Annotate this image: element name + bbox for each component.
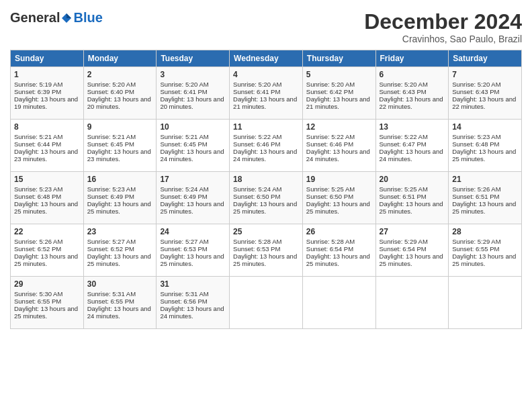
daylight-text: Daylight: 13 hours and 24 minutes. — [306, 148, 370, 163]
day-number: 16 — [87, 175, 153, 184]
daylight-text: Daylight: 13 hours and 25 minutes. — [87, 200, 151, 215]
table-row: 8Sunrise: 5:21 AMSunset: 6:44 PMDaylight… — [11, 120, 84, 172]
sunrise-text: Sunrise: 5:22 AM — [306, 133, 355, 140]
sunset-text: Sunset: 6:42 PM — [306, 88, 353, 95]
logo: General Blue — [10, 10, 103, 26]
sunset-text: Sunset: 6:54 PM — [380, 245, 427, 253]
table-row: 27Sunrise: 5:29 AMSunset: 6:54 PMDayligh… — [375, 224, 449, 277]
daylight-text: Daylight: 13 hours and 21 minutes. — [306, 95, 370, 110]
sunrise-text: Sunrise: 5:27 AM — [87, 238, 136, 245]
day-number: 20 — [380, 175, 445, 184]
col-friday: Friday — [375, 50, 449, 67]
daylight-text: Daylight: 13 hours and 25 minutes. — [14, 200, 78, 215]
daylight-text: Daylight: 13 hours and 24 minutes. — [160, 148, 224, 163]
day-number: 3 — [160, 70, 226, 79]
day-number: 26 — [306, 227, 372, 236]
day-number: 30 — [87, 279, 153, 289]
col-saturday: Saturday — [449, 50, 522, 67]
table-row: 30Sunrise: 5:31 AMSunset: 6:55 PMDayligh… — [83, 277, 157, 329]
sunset-text: Sunset: 6:48 PM — [14, 193, 61, 200]
day-number: 29 — [14, 279, 80, 289]
daylight-text: Daylight: 13 hours and 25 minutes. — [380, 200, 443, 215]
day-number: 1 — [14, 70, 80, 79]
day-number: 27 — [380, 227, 445, 236]
svg-marker-1 — [66, 13, 71, 18]
table-row — [375, 277, 449, 329]
calendar-week-row: 29Sunrise: 5:30 AMSunset: 6:55 PMDayligh… — [11, 277, 522, 329]
location-subtitle: Cravinhos, Sao Paulo, Brazil — [364, 34, 522, 44]
day-number: 25 — [233, 227, 299, 236]
sunset-text: Sunset: 6:49 PM — [87, 193, 134, 200]
table-row — [230, 277, 303, 329]
sunrise-text: Sunrise: 5:27 AM — [160, 238, 208, 245]
sunset-text: Sunset: 6:54 PM — [306, 245, 353, 253]
sunset-text: Sunset: 6:55 PM — [452, 245, 499, 253]
sunrise-text: Sunrise: 5:23 AM — [87, 185, 136, 193]
sunrise-text: Sunrise: 5:28 AM — [233, 238, 281, 245]
calendar-header-row: Sunday Monday Tuesday Wednesday Thursday… — [11, 50, 522, 67]
sunrise-text: Sunrise: 5:24 AM — [160, 185, 208, 193]
day-number: 5 — [306, 70, 372, 79]
sunrise-text: Sunrise: 5:24 AM — [233, 185, 281, 193]
daylight-text: Daylight: 13 hours and 25 minutes. — [233, 253, 297, 267]
calendar-table: Sunday Monday Tuesday Wednesday Thursday… — [10, 50, 522, 329]
sunrise-text: Sunrise: 5:28 AM — [306, 238, 355, 245]
daylight-text: Daylight: 13 hours and 19 minutes. — [14, 95, 78, 110]
table-row: 25Sunrise: 5:28 AMSunset: 6:53 PMDayligh… — [230, 224, 303, 277]
daylight-text: Daylight: 13 hours and 25 minutes. — [452, 200, 516, 215]
table-row: 28Sunrise: 5:29 AMSunset: 6:55 PMDayligh… — [449, 224, 522, 277]
daylight-text: Daylight: 13 hours and 20 minutes. — [87, 95, 151, 110]
daylight-text: Daylight: 13 hours and 25 minutes. — [87, 253, 151, 267]
header: General Blue December 2024 Cravinhos, Sa… — [10, 10, 522, 44]
sunset-text: Sunset: 6:49 PM — [160, 193, 207, 200]
sunrise-text: Sunrise: 5:29 AM — [380, 238, 428, 245]
table-row: 10Sunrise: 5:21 AMSunset: 6:45 PMDayligh… — [157, 120, 230, 172]
table-row: 23Sunrise: 5:27 AMSunset: 6:52 PMDayligh… — [83, 224, 157, 277]
daylight-text: Daylight: 13 hours and 22 minutes. — [380, 95, 443, 110]
table-row: 9Sunrise: 5:21 AMSunset: 6:45 PMDaylight… — [83, 120, 157, 172]
table-row: 19Sunrise: 5:25 AMSunset: 6:50 PMDayligh… — [302, 172, 375, 224]
sunset-text: Sunset: 6:43 PM — [452, 88, 499, 95]
sunrise-text: Sunrise: 5:21 AM — [14, 133, 62, 140]
sunset-text: Sunset: 6:41 PM — [233, 88, 280, 95]
day-number: 12 — [306, 122, 372, 132]
col-wednesday: Wednesday — [230, 50, 303, 67]
daylight-text: Daylight: 13 hours and 25 minutes. — [233, 200, 297, 215]
sunrise-text: Sunrise: 5:20 AM — [87, 81, 136, 88]
table-row: 18Sunrise: 5:24 AMSunset: 6:50 PMDayligh… — [230, 172, 303, 224]
day-number: 8 — [14, 122, 80, 132]
daylight-text: Daylight: 13 hours and 24 minutes. — [160, 305, 224, 320]
daylight-text: Daylight: 13 hours and 25 minutes. — [380, 253, 443, 267]
sunset-text: Sunset: 6:55 PM — [14, 298, 61, 305]
sunrise-text: Sunrise: 5:25 AM — [306, 185, 355, 193]
table-row: 12Sunrise: 5:22 AMSunset: 6:46 PMDayligh… — [302, 120, 375, 172]
daylight-text: Daylight: 13 hours and 25 minutes. — [306, 253, 370, 267]
day-number: 18 — [233, 175, 299, 184]
table-row: 11Sunrise: 5:22 AMSunset: 6:46 PMDayligh… — [230, 120, 303, 172]
day-number: 14 — [452, 122, 518, 132]
sunset-text: Sunset: 6:53 PM — [233, 245, 280, 253]
sunrise-text: Sunrise: 5:20 AM — [452, 81, 500, 88]
daylight-text: Daylight: 13 hours and 25 minutes. — [160, 200, 224, 215]
table-row: 2Sunrise: 5:20 AMSunset: 6:40 PMDaylight… — [83, 67, 157, 120]
sunset-text: Sunset: 6:52 PM — [14, 245, 61, 253]
sunrise-text: Sunrise: 5:26 AM — [452, 185, 500, 193]
day-number: 21 — [452, 175, 518, 184]
sunset-text: Sunset: 6:47 PM — [380, 140, 427, 148]
table-row: 29Sunrise: 5:30 AMSunset: 6:55 PMDayligh… — [11, 277, 84, 329]
table-row — [449, 277, 522, 329]
table-row: 14Sunrise: 5:23 AMSunset: 6:48 PMDayligh… — [449, 120, 522, 172]
title-block: December 2024 Cravinhos, Sao Paulo, Braz… — [364, 10, 522, 44]
calendar-week-row: 8Sunrise: 5:21 AMSunset: 6:44 PMDaylight… — [11, 120, 522, 172]
sunset-text: Sunset: 6:51 PM — [380, 193, 427, 200]
table-row: 4Sunrise: 5:20 AMSunset: 6:41 PMDaylight… — [230, 67, 303, 120]
calendar-week-row: 1Sunrise: 5:19 AMSunset: 6:39 PMDaylight… — [11, 67, 522, 120]
sunrise-text: Sunrise: 5:21 AM — [160, 133, 208, 140]
table-row: 24Sunrise: 5:27 AMSunset: 6:53 PMDayligh… — [157, 224, 230, 277]
table-row: 26Sunrise: 5:28 AMSunset: 6:54 PMDayligh… — [302, 224, 375, 277]
daylight-text: Daylight: 13 hours and 25 minutes. — [160, 253, 224, 267]
sunset-text: Sunset: 6:48 PM — [452, 140, 499, 148]
calendar-week-row: 15Sunrise: 5:23 AMSunset: 6:48 PMDayligh… — [11, 172, 522, 224]
sunrise-text: Sunrise: 5:20 AM — [380, 81, 428, 88]
sunset-text: Sunset: 6:56 PM — [160, 298, 207, 305]
